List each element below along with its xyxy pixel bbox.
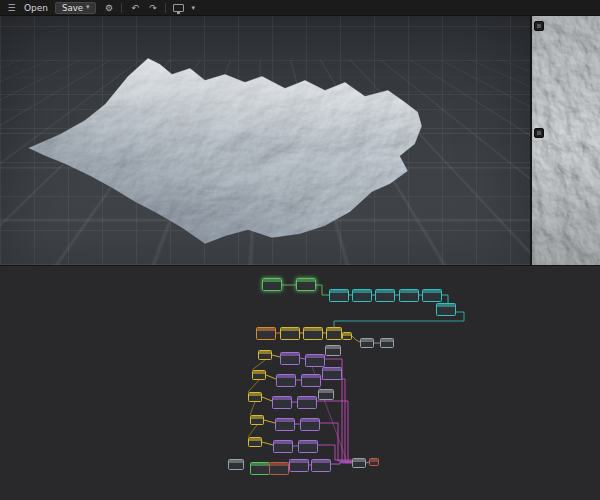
graph-node-titlebar <box>304 328 322 331</box>
heightmap-texture <box>532 16 600 265</box>
settings-icon[interactable]: ⚙ <box>103 0 114 16</box>
graph-node-yellow[interactable] <box>303 327 323 340</box>
graph-node-titlebar <box>298 397 316 400</box>
graph-node-titlebar <box>276 419 294 422</box>
graph-node-titlebar <box>319 390 333 393</box>
graph-node-purple[interactable] <box>298 440 318 453</box>
graph-node-titlebar <box>381 339 393 342</box>
graph-node-purple[interactable] <box>289 459 309 472</box>
graph-node-purple[interactable] <box>311 459 331 472</box>
graph-node-titlebar <box>249 393 261 396</box>
graph-node-gray[interactable] <box>360 338 374 348</box>
undo-icon[interactable]: ↶ <box>129 0 140 16</box>
graph-node-titlebar <box>281 353 299 356</box>
graph-node-titlebar <box>274 441 292 444</box>
graph-node-gray[interactable] <box>318 389 334 400</box>
graph-node-titlebar <box>353 459 365 462</box>
graph-node-teal[interactable] <box>352 289 372 302</box>
graph-node-purple[interactable] <box>300 418 320 431</box>
graph-node-titlebar <box>326 346 340 349</box>
graph-node-titlebar <box>306 355 324 358</box>
graph-node-yellow[interactable] <box>342 332 352 340</box>
graph-node-orange[interactable] <box>256 327 276 340</box>
graph-node-green[interactable] <box>250 462 270 475</box>
graph-node-purple[interactable] <box>301 374 321 387</box>
graph-node-yellow[interactable] <box>252 370 266 380</box>
graph-node-titlebar <box>257 328 275 331</box>
node-graph-canvas[interactable] <box>0 266 600 500</box>
open-button[interactable]: Open <box>24 3 48 13</box>
graph-node-purple[interactable] <box>297 396 317 409</box>
graph-node-titlebar <box>301 419 319 422</box>
graph-node-titlebar <box>277 375 295 378</box>
graph-node-yellow[interactable] <box>326 327 342 340</box>
graph-node-yellow[interactable] <box>250 415 264 425</box>
graph-node-titlebar <box>361 339 373 342</box>
graph-node-gray[interactable] <box>228 459 244 470</box>
graph-node-titlebar <box>251 416 263 419</box>
graph-node-purple[interactable] <box>280 352 300 365</box>
graph-node-red[interactable] <box>269 462 289 475</box>
menu-icon[interactable]: ☰ <box>6 0 17 16</box>
graph-node-titlebar <box>251 463 269 466</box>
graph-node-titlebar <box>299 441 317 444</box>
graph-node-teal[interactable] <box>436 303 456 316</box>
graph-node-green[interactable] <box>296 278 316 291</box>
graph-node-purple[interactable] <box>322 367 342 380</box>
graph-node-teal[interactable] <box>422 289 442 302</box>
graph-node-purple[interactable] <box>273 440 293 453</box>
save-button[interactable]: Save ▾ <box>55 2 96 14</box>
graph-node-purple[interactable] <box>272 396 292 409</box>
save-button-label: Save <box>62 3 83 13</box>
graph-node-titlebar <box>330 290 348 293</box>
app-window: ☰ Open Save ▾ ⚙ ↶ ↷ ▾ <box>0 0 600 500</box>
preview-tool-icon[interactable] <box>534 128 544 138</box>
caret-down-icon: ▾ <box>191 4 195 12</box>
graph-node-purple[interactable] <box>276 374 296 387</box>
graph-node-gray[interactable] <box>380 338 394 348</box>
node-layer <box>0 266 600 500</box>
graph-node-yellow[interactable] <box>280 327 300 340</box>
graph-node-yellow[interactable] <box>258 350 272 360</box>
graph-node-titlebar <box>327 328 341 331</box>
graph-node-titlebar <box>400 290 418 293</box>
heightmap-preview-panel[interactable] <box>532 16 600 265</box>
graph-node-titlebar <box>270 463 288 466</box>
graph-node-titlebar <box>263 279 281 282</box>
graph-node-titlebar <box>253 371 265 374</box>
graph-node-titlebar <box>249 438 261 441</box>
graph-node-gray[interactable] <box>325 345 341 356</box>
graph-node-yellow[interactable] <box>248 437 262 447</box>
graph-node-green[interactable] <box>262 278 282 291</box>
3d-viewport[interactable] <box>0 16 530 265</box>
redo-icon[interactable]: ↷ <box>147 0 158 16</box>
terrain-render <box>0 16 530 265</box>
graph-node-titlebar <box>259 351 271 354</box>
caret-down-icon: ▾ <box>86 4 90 11</box>
graph-node-teal[interactable] <box>375 289 395 302</box>
graph-node-titlebar <box>376 290 394 293</box>
graph-node-teal[interactable] <box>399 289 419 302</box>
graph-node-purple[interactable] <box>305 354 325 367</box>
graph-node-titlebar <box>437 304 455 307</box>
preview-tool-icon[interactable] <box>534 21 544 31</box>
graph-node-yellow[interactable] <box>248 392 262 402</box>
toolbar-separator <box>121 3 122 13</box>
graph-node-titlebar <box>297 279 315 282</box>
graph-node-titlebar <box>423 290 441 293</box>
toolbar-separator <box>165 3 166 13</box>
display-icon[interactable] <box>173 4 184 12</box>
graph-node-titlebar <box>290 460 308 463</box>
graph-node-gray[interactable] <box>352 458 366 468</box>
graph-node-titlebar <box>229 460 243 463</box>
graph-node-titlebar <box>343 333 351 336</box>
graph-node-titlebar <box>323 368 341 371</box>
graph-node-titlebar <box>302 375 320 378</box>
graph-node-purple[interactable] <box>275 418 295 431</box>
graph-node-titlebar <box>281 328 299 331</box>
graph-node-titlebar <box>312 460 330 463</box>
graph-node-red[interactable] <box>369 458 379 466</box>
graph-node-titlebar <box>273 397 291 400</box>
graph-node-teal[interactable] <box>329 289 349 302</box>
graph-node-titlebar <box>353 290 371 293</box>
